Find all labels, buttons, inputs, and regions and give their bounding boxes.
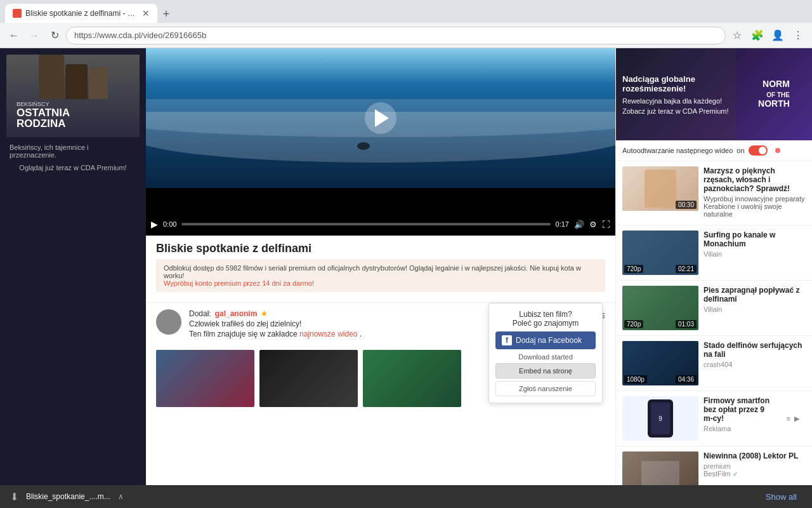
- embed-button[interactable]: Embed na stronę: [495, 363, 596, 378]
- video-badge-4: 1080p: [624, 375, 647, 384]
- playlist-next-icon[interactable]: ▶: [794, 415, 799, 423]
- reload-button[interactable]: ↻: [46, 27, 63, 44]
- video-list-item-4[interactable]: 1080p 04:36 Stado delfinów serfujących n…: [616, 336, 812, 391]
- autoplay-bar: Autoodtwarzanie następnego wideo on: [616, 140, 812, 161]
- play-icon: [375, 109, 389, 127]
- poster-title-line2: RODZINA: [16, 118, 70, 129]
- video-list-item-2[interactable]: 720p 02:21 Surfing po kanale w Monachium…: [616, 225, 812, 281]
- right-top-ad[interactable]: Nadciąga globalne roześmieszenie! Rewela…: [616, 48, 812, 140]
- download-icon: ⬇: [10, 491, 18, 503]
- comment-link: Ten film znajduje się w zakładce najnows…: [189, 330, 512, 338]
- verified-icon: ★: [261, 309, 268, 318]
- comment-username[interactable]: gal_anonim: [215, 309, 258, 318]
- video-list-item-3[interactable]: 720p 01:03 Pies zapragnął popływać z del…: [616, 281, 812, 336]
- video-thumb-4: 1080p 04:36: [622, 341, 698, 385]
- fullscreen-icon[interactable]: ⛶: [602, 220, 610, 229]
- report-button[interactable]: Zgłoś naruszenie: [495, 381, 596, 396]
- thumbnail-1[interactable]: [156, 350, 254, 407]
- volume-icon[interactable]: 🔊: [574, 220, 584, 229]
- download-bar: ⬇ Bliskie_spotkanie_....m... ∧ Show all: [0, 485, 812, 508]
- address-bar[interactable]: https://www.cda.pl/video/26916665b: [66, 27, 726, 44]
- nav-bar: ← → ↻ https://www.cda.pl/video/26916665b…: [0, 23, 812, 48]
- thumbnail-2[interactable]: [259, 350, 358, 407]
- video-title-4: Stado delfinów serfujących na fali: [704, 341, 806, 359]
- ad-thumb-phone: 9: [622, 396, 698, 441]
- back-button[interactable]: ←: [5, 27, 23, 44]
- ad-reklama-phone: Reklama: [704, 425, 775, 432]
- ad-info-phone: Firmowy smartfon bez opłat przez 9 m-cy!…: [704, 396, 775, 441]
- video-title: Bliskie spotkanie z delfinami: [156, 242, 605, 255]
- left-sidebar: BEKSIŃSCY OSTATNIA RODZINA Beksińscy, ic…: [0, 48, 146, 508]
- sidebar-cta[interactable]: Oglądaj już teraz w CDA Premium!: [16, 164, 129, 171]
- video-desc-1: Wypróbuj innowacyjne preparaty Kerabione…: [704, 195, 806, 218]
- poster-title-line1: OSTATNIA: [16, 107, 70, 118]
- play-pause-button[interactable]: ▶: [151, 219, 158, 229]
- tab-title: Bliskie spotkanie z delfinami - wi...: [25, 9, 138, 18]
- ad-list-item-phone[interactable]: 9 Firmowy smartfon bez opłat przez 9 m-c…: [616, 391, 812, 446]
- sidebar-cta-text: Oglądaj już teraz w CDA Premium!: [19, 164, 126, 171]
- facebook-share-button[interactable]: f Dodaj na Facebook: [495, 331, 596, 349]
- premium-bar: Odblokuj dostęp do 5982 filmów i seriali…: [156, 259, 605, 292]
- video-meta-3: Villain: [704, 305, 806, 313]
- thumbnail-3[interactable]: [363, 350, 461, 407]
- video-meta-4: crash404: [704, 361, 806, 368]
- comment-link-anchor[interactable]: najnowsze wideo: [299, 330, 357, 338]
- comment-meta: Dodał: gal_anonim ★: [189, 309, 512, 318]
- forward-button[interactable]: →: [25, 27, 43, 44]
- page: BEKSIŃSCY OSTATNIA RODZINA Beksińscy, ic…: [0, 48, 812, 508]
- download-expand-arrow[interactable]: ∧: [118, 492, 124, 501]
- video-meta-2: Villain: [704, 250, 806, 258]
- progress-bar[interactable]: [181, 223, 550, 225]
- tab-bar: Bliskie spotkanie z delfinami - wi... ✕ …: [0, 0, 812, 23]
- ad-promo-text-2: Rewelacyjna bajka dla każdego!: [622, 97, 730, 105]
- download-started-text: Download started: [495, 353, 596, 361]
- settings-icon[interactable]: ⚙: [589, 220, 597, 229]
- autoplay-toggle[interactable]: [749, 145, 768, 156]
- video-info-3: Pies zapragnął popływać z delfinami Vill…: [704, 286, 806, 330]
- video-info: Bliskie spotkanie z delfinami Odblokuj d…: [146, 236, 615, 303]
- share-popup: Lubisz ten film?Poleć go znajomym f Doda…: [488, 303, 603, 403]
- movie-poster[interactable]: BEKSIŃSCY OSTATNIA RODZINA: [6, 55, 140, 137]
- video-list-item-1[interactable]: 00:30 Marzysz o pięknych rzęsach, włosac…: [616, 161, 812, 225]
- new-tab-button[interactable]: +: [157, 5, 175, 23]
- fb-button-label: Dodaj na Facebook: [516, 336, 582, 345]
- playlist-icon[interactable]: ≡: [787, 415, 790, 422]
- video-thumb-2: 720p 02:21: [622, 231, 698, 275]
- autoplay-state: on: [737, 147, 744, 154]
- video-player: ▶ 0:00 0:17 🔊 ⚙ ⛶: [146, 48, 615, 236]
- url-text: https://www.cda.pl/video/26916665b: [74, 30, 206, 40]
- video-info-2: Surfing po kanale w Monachium Villain: [704, 231, 806, 275]
- bookmark-icon[interactable]: ☆: [728, 27, 746, 44]
- video-thumb-1: 00:30: [622, 166, 698, 211]
- toggle-knob: [759, 147, 766, 154]
- video-duration-1: 00:30: [676, 201, 697, 209]
- video-title-1: Marzysz o pięknych rzęsach, włosach i pa…: [704, 166, 806, 193]
- comment-text: Człowiek trafiłeś do złej dzielnicy!: [189, 319, 512, 328]
- premium-link[interactable]: Wypróbuj konto premium przez 14 dni za d…: [164, 279, 314, 287]
- video-duration-2: 02:21: [676, 265, 697, 273]
- video-info-1: Marzysz o pięknych rzęsach, włosach i pa…: [704, 166, 806, 220]
- play-button[interactable]: [365, 102, 396, 134]
- video-title-2: Surfing po kanale w Monachium: [704, 231, 806, 248]
- more-icon[interactable]: ⋮: [789, 27, 807, 44]
- ad-promo-text-3: Zobacz już teraz w CDA Premium!: [622, 107, 730, 115]
- video-duration-4: 04:36: [676, 375, 697, 384]
- main-content: ▶ 0:00 0:17 🔊 ⚙ ⛶ Bliskie spotkanie z de…: [146, 48, 615, 508]
- video-badge-3: 720p: [624, 320, 643, 328]
- video-info-4: Stado delfinów serfujących na fali crash…: [704, 341, 806, 385]
- extension-icon[interactable]: 🧩: [749, 27, 766, 44]
- video-duration: 0:17: [556, 220, 569, 228]
- video-thumb-3: 720p 01:03: [622, 286, 698, 330]
- video-badge-2: 720p: [624, 265, 643, 273]
- tab-close-button[interactable]: ✕: [142, 8, 150, 18]
- show-all-button[interactable]: Show all: [761, 490, 802, 504]
- video-frame: [146, 48, 615, 188]
- active-tab[interactable]: Bliskie spotkanie z delfinami - wi... ✕: [5, 4, 157, 23]
- ad-title-phone: Firmowy smartfon bez opłat przez 9 m-cy!: [704, 396, 775, 423]
- profile-icon[interactable]: 👤: [769, 27, 787, 44]
- ad-promo-text-1: Nadciąga globalne roześmieszenie!: [622, 74, 730, 93]
- facebook-icon: f: [502, 335, 512, 345]
- right-sidebar: Nadciąga globalne roześmieszenie! Rewela…: [615, 48, 812, 508]
- autoplay-indicator: [775, 148, 780, 153]
- comment-link-prefix: Ten film znajduje się w zakładce: [189, 330, 298, 338]
